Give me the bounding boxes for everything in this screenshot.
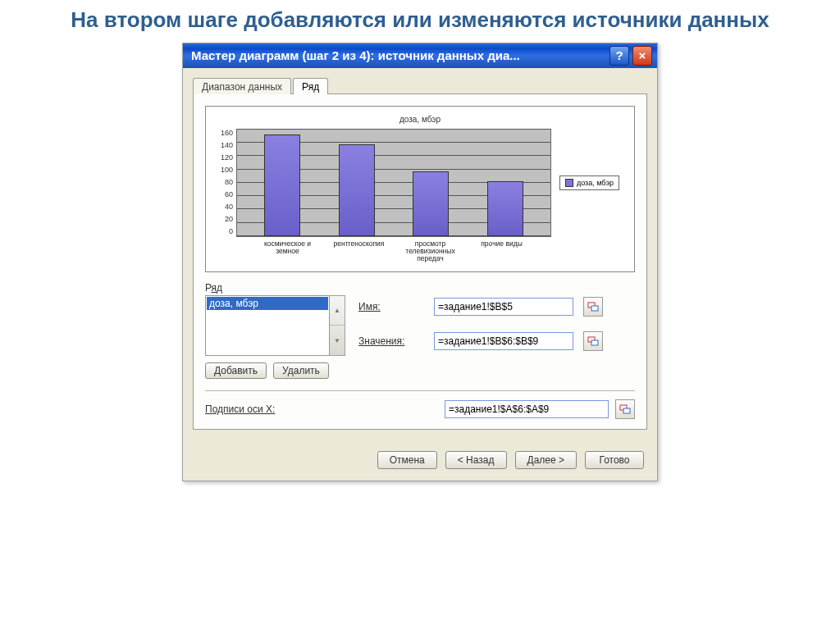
series-listbox[interactable]: доза, мбэр [205,295,330,356]
tab-content-series: доза, мбэр 020406080100120140160 доза, м… [193,93,647,430]
window-title: Мастер диаграмм (шаг 2 из 4): источник д… [191,48,606,62]
titlebar[interactable]: Мастер диаграмм (шаг 2 из 4): источник д… [183,43,657,68]
xaxis-input[interactable] [445,400,609,418]
separator [205,390,635,391]
scroll-down-icon[interactable]: ▼ [330,326,345,355]
svg-rect-1 [591,306,598,311]
wizard-button-bar: Отмена < Назад Далее > Готово [183,440,657,481]
name-ref-button[interactable] [583,297,603,317]
xaxis-label: Подписи оси X: [205,403,304,415]
chart-legend: доза, мбэр [559,175,619,190]
close-button[interactable]: × [632,46,652,66]
chart-bar [264,134,300,236]
chart-y-axis: 020406080100120140160 [221,129,236,235]
series-scrollbar[interactable]: ▲ ▼ [330,295,345,356]
xaxis-ref-button[interactable] [615,399,635,419]
svg-rect-5 [623,408,630,413]
tab-strip: Диапазон данных Ряд [193,75,647,94]
remove-series-button[interactable]: Удалить [273,362,329,379]
chart-title: доза, мбэр [221,115,619,124]
page-heading: На втором шаге добавляются или изменяютс… [0,0,840,38]
values-input[interactable] [434,332,573,350]
chart-bar [339,144,375,236]
tab-data-range[interactable]: Диапазон данных [193,78,291,94]
chart-x-labels: космическое и земноерентгеноскопияпросмо… [244,240,546,263]
add-series-button[interactable]: Добавить [205,362,267,379]
back-button[interactable]: < Назад [445,451,507,469]
chart-bar [487,181,523,236]
tab-series[interactable]: Ряд [293,78,328,94]
legend-label: доза, мбэр [577,179,614,187]
legend-swatch-icon [565,179,573,187]
range-selector-icon [619,404,631,414]
cancel-button[interactable]: Отмена [377,451,437,469]
series-label: Ряд [205,282,635,294]
name-input[interactable] [434,298,573,316]
chart-plot-area [236,129,551,237]
range-selector-icon [587,302,599,312]
finish-button[interactable]: Готово [585,451,644,469]
chart-preview: доза, мбэр 020406080100120140160 доза, м… [205,106,635,272]
next-button[interactable]: Далее > [515,451,578,469]
series-section: Ряд доза, мбэр ▲ ▼ [205,282,635,419]
wizard-dialog: Мастер диаграмм (шаг 2 из 4): источник д… [182,43,658,481]
values-ref-button[interactable] [583,331,603,351]
series-list-item[interactable]: доза, мбэр [207,297,328,310]
name-label: Имя: [358,301,424,312]
svg-rect-3 [591,340,598,345]
scroll-up-icon[interactable]: ▲ [330,296,345,326]
values-label: Значения: [358,335,424,347]
range-selector-icon [587,336,599,346]
help-button[interactable]: ? [609,46,629,66]
chart-bar [413,171,449,236]
dialog-body: Диапазон данных Ряд доза, мбэр 020406080… [183,68,657,440]
